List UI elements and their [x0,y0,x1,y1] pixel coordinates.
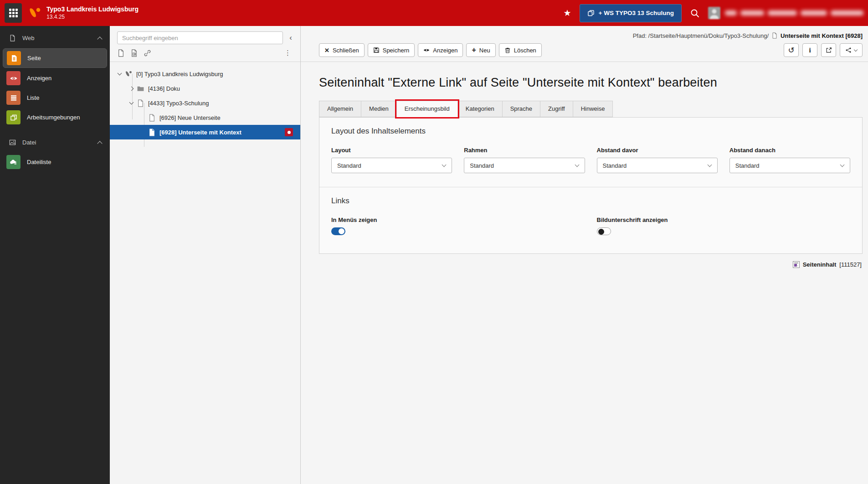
typo3-logo-icon [28,6,42,20]
page-title: Seiteninhalt "Externe Link" auf Seite "U… [319,76,863,90]
site-brand[interactable]: Typo3 Landkreis Ludwigsburg 13.4.25 [28,5,139,21]
page-module-icon [7,51,21,65]
module-body: Pfad: /Startseite/Hauptmenü/Doku/Typo3-S… [301,26,868,484]
field-abstand-danach: Abstand danach Standard [729,147,850,173]
delete-button-label: Löschen [514,47,536,54]
filelist-module-icon [6,155,21,169]
field-in-menues-zeigen: In Menüs zeigen [331,216,452,235]
sidebar-item-anzeigen-label: Anzeigen [27,75,51,82]
chevron-down-icon[interactable] [129,100,134,105]
page-icon [137,99,144,107]
tab-medien[interactable]: Medien [361,101,396,117]
module-group-datei[interactable]: Datei [0,133,110,152]
fieldset-legend: Links [331,196,850,206]
new-button-label: Neu [479,47,490,54]
sidebar-item-dateiliste-label: Dateiliste [27,159,51,165]
close-icon: ✕ [324,47,329,54]
module-group-web-label: Web [22,35,92,41]
history-button[interactable]: ↺ [784,43,799,57]
tab-kategorien[interactable]: Kategorien [458,101,502,117]
web-group-icon [9,35,16,41]
tree-node-root[interactable]: [0] Typo3 Landkreis Ludwigsburg [110,67,300,81]
field-bildunterschrift-anzeigen: Bildunterschrift anzeigen [597,216,718,235]
list-module-icon [6,91,21,105]
search-icon[interactable] [690,8,700,18]
view-button[interactable]: Anzeigen [418,43,463,57]
chevron-up-icon [97,36,102,41]
select-value: Standard [603,162,627,169]
sidebar-item-arbeitsumgebungen-label: Arbeitsumgebungen [27,114,80,121]
tree-node-label: [6928] Unterseite mit Kontext [159,129,241,136]
tree-menu-kebab-icon[interactable]: ⋮ [282,49,294,57]
tree-node-neue-unterseite[interactable]: [6926] Neue Unterseite [110,110,300,125]
typo3-root-icon [125,70,133,78]
tab-sprache[interactable]: Sprache [502,101,540,117]
rahmen-select[interactable]: Standard [464,158,585,173]
page-tree-toolbar: ‹ ⋮ [110,26,300,62]
delete-button[interactable]: Löschen [499,43,542,57]
links-fieldset: Links In Menüs zeigen Bildunterschrift a… [319,187,862,253]
tab-erscheinungsbild[interactable]: Erscheinungsbild [396,101,458,117]
module-menu-toggle-button[interactable] [5,3,22,23]
layout-select[interactable]: Standard [331,158,452,173]
sidebar-item-seite[interactable]: Seite [3,48,107,68]
chevron-down-icon [442,163,447,167]
chevron-up-icon [97,141,102,146]
view-module-icon [6,71,21,85]
tree-node-doku[interactable]: [4136] Doku [110,81,300,96]
datei-group-icon [9,139,16,146]
bookmark-star-icon[interactable]: ★ [564,8,571,18]
page-icon [771,32,778,39]
page-tree: [0] Typo3 Landkreis Ludwigsburg [4136] D… [110,62,300,484]
sidebar-item-arbeitsumgebungen[interactable]: Arbeitsumgebungen [3,108,107,127]
tree-node-unterseite-mit-kontext-selected[interactable]: [6928] Unterseite mit Kontext [110,125,300,139]
bildunterschrift-anzeigen-toggle[interactable] [597,227,611,235]
user-menu[interactable] [708,7,863,19]
workspace-button[interactable]: + WS TYPO3 13 Schulung [580,4,682,22]
toggle-label: Bildunterschrift anzeigen [597,216,718,223]
typo3-version: 13.4.25 [46,14,139,21]
close-button-label: Schließen [333,47,359,54]
close-button[interactable]: ✕ Schließen [319,43,365,57]
new-page-drag-icon[interactable] [130,49,138,57]
collapse-tree-icon[interactable]: ‹ [288,33,294,42]
tree-node-label: [4136] Doku [148,85,180,92]
sidebar-item-anzeigen[interactable]: Anzeigen [3,69,107,88]
record-title: Unterseite mit Kontext [6928] [781,32,863,39]
topbar: Typo3 Landkreis Ludwigsburg 13.4.25 ★ + … [0,0,868,26]
share-icon [845,47,852,53]
tree-search-input[interactable] [117,31,283,44]
history-icon: ↺ [788,46,794,54]
workspaces-module-icon [6,110,21,124]
abstand-davor-select[interactable]: Standard [597,158,718,173]
tab-hinweise[interactable]: Hinweise [573,101,613,117]
tab-bar: Allgemein Medien Erscheinungsbild Katego… [319,101,863,117]
abstand-danach-select[interactable]: Standard [729,158,850,173]
chevron-down-icon [854,47,858,51]
share-button[interactable] [840,43,863,57]
site-title: Typo3 Landkreis Ludwigsburg [46,5,139,14]
info-button[interactable]: i [802,43,817,57]
plus-icon: + [472,46,476,54]
new-button[interactable]: + Neu [466,43,495,57]
tab-zugriff[interactable]: Zugriff [540,101,573,117]
trash-icon [504,47,511,53]
save-button[interactable]: Speichern [368,43,415,57]
select-value: Standard [735,162,760,169]
view-button-label: Anzeigen [433,47,457,54]
new-page-icon[interactable] [117,49,125,57]
chevron-down-icon [575,163,579,167]
sidebar-item-dateiliste[interactable]: Dateiliste [3,153,107,171]
tab-allgemein[interactable]: Allgemein [319,101,361,117]
link-icon[interactable] [144,49,151,57]
module-group-web[interactable]: Web [0,29,110,47]
chevron-right-icon[interactable] [129,86,134,91]
open-in-new-button[interactable] [821,43,836,57]
workspace-button-label: + WS TYPO3 13 Schulung [599,10,674,16]
tree-node-typo3-schulung[interactable]: [4433] Typo3-Schulung [110,96,300,110]
in-menues-zeigen-toggle[interactable] [331,227,345,235]
fieldset-legend: Layout des Inhaltselements [331,127,850,136]
sidebar-item-liste[interactable]: Liste [3,88,107,107]
chevron-down-icon[interactable] [118,71,122,76]
record-info-badge: Seiteninhalt [111527] [301,261,862,268]
